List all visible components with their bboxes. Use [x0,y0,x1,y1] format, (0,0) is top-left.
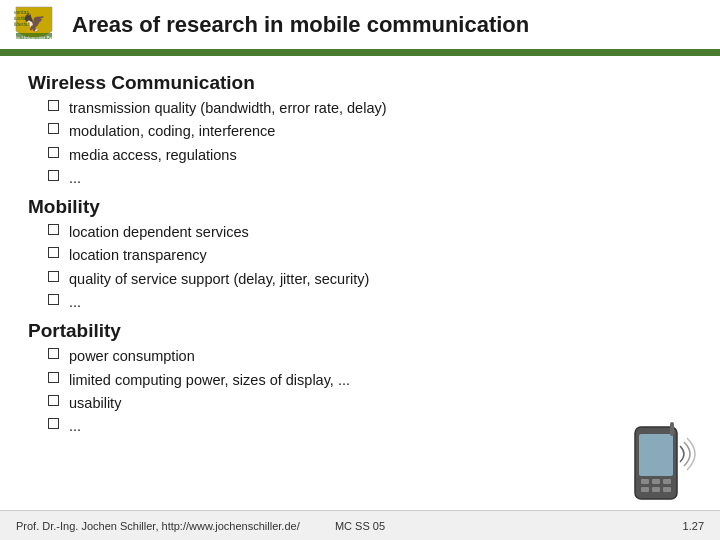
phone-illustration [620,422,700,512]
list-item: limited computing power, sizes of displa… [48,370,692,390]
page-header: 🦅 veritas iustitia libertas Freie Univer… [0,0,720,52]
list-item: location transparency [48,245,692,265]
bullet-icon [48,372,59,383]
bullet-icon [48,395,59,406]
bullet-icon [48,348,59,359]
bullet-icon [48,418,59,429]
bullet-icon [48,170,59,181]
list-item: power consumption [48,346,692,366]
svg-text:libertas: libertas [14,21,31,27]
item-text: quality of service support (delay, jitte… [69,269,369,289]
item-text: modulation, coding, interference [69,121,275,141]
item-text: location dependent services [69,222,249,242]
wireless-list: transmission quality (bandwidth, error r… [48,98,692,188]
logo-area: 🦅 veritas iustitia libertas Freie Univer… [12,3,56,47]
item-text: transmission quality (bandwidth, error r… [69,98,387,118]
item-text: limited computing power, sizes of displa… [69,370,350,390]
svg-rect-15 [670,422,674,436]
list-item: usability [48,393,692,413]
item-text: ... [69,292,81,312]
item-text: location transparency [69,245,207,265]
svg-rect-8 [639,434,673,476]
bullet-icon [48,100,59,111]
bullet-icon [48,123,59,134]
item-text: ... [69,416,81,436]
bullet-icon [48,224,59,235]
section-mobility-title: Mobility [28,196,692,218]
page-title: Areas of research in mobile communicatio… [72,12,708,38]
svg-rect-10 [652,479,660,484]
svg-rect-12 [641,487,649,492]
bullet-icon [48,247,59,258]
item-text: power consumption [69,346,195,366]
main-content: Wireless Communication transmission qual… [0,56,720,455]
bullet-icon [48,271,59,282]
list-item: transmission quality (bandwidth, error r… [48,98,692,118]
mobility-list: location dependent services location tra… [48,222,692,312]
item-text: usability [69,393,121,413]
section-portability: Portability power consumption limited co… [28,320,692,436]
list-item: ... [48,168,692,188]
fu-berlin-logo: 🦅 veritas iustitia libertas Freie Univer… [12,3,56,47]
section-portability-title: Portability [28,320,692,342]
bullet-icon [48,294,59,305]
svg-rect-14 [663,487,671,492]
phone-svg [620,422,700,522]
list-item: modulation, coding, interference [48,121,692,141]
list-item: location dependent services [48,222,692,242]
section-mobility: Mobility location dependent services loc… [28,196,692,312]
svg-rect-13 [652,487,660,492]
item-text: ... [69,168,81,188]
footer-course: MC SS 05 [335,520,385,532]
footer-page: 1.27 [385,520,704,532]
section-wireless: Wireless Communication transmission qual… [28,72,692,188]
footer: Prof. Dr.-Ing. Jochen Schiller, http://w… [0,510,720,540]
svg-text:Freie Universität Berlin: Freie Universität Berlin [12,35,56,41]
item-text: media access, regulations [69,145,237,165]
svg-rect-11 [663,479,671,484]
list-item: quality of service support (delay, jitte… [48,269,692,289]
list-item: media access, regulations [48,145,692,165]
footer-author: Prof. Dr.-Ing. Jochen Schiller, http://w… [16,520,335,532]
svg-rect-9 [641,479,649,484]
list-item: ... [48,416,692,436]
portability-list: power consumption limited computing powe… [48,346,692,436]
section-wireless-title: Wireless Communication [28,72,692,94]
list-item: ... [48,292,692,312]
bullet-icon [48,147,59,158]
